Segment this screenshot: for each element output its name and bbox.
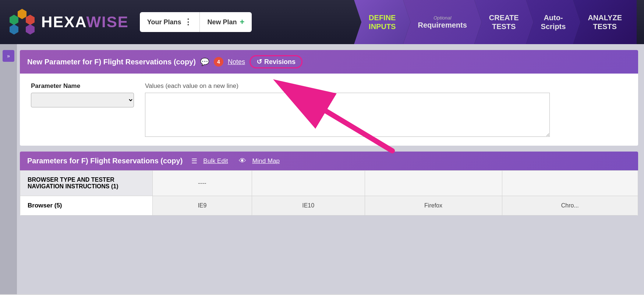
bulk-edit-icon: ☰	[191, 157, 197, 165]
logo-hexa: HEXA	[41, 13, 86, 31]
svg-marker-0	[18, 9, 26, 19]
table-row: Browser (5) IE9 IE10 Firefox Chro...	[20, 196, 638, 216]
nav-steps: DEFINEINPUTS Optional Requirements CREAT…	[354, 0, 637, 44]
browser-type-value-1: ----	[153, 171, 252, 196]
nav-step-create-tests[interactable]: CREATETESTS	[474, 0, 534, 44]
parameter-name-select[interactable]	[31, 93, 134, 107]
values-textarea[interactable]	[145, 93, 550, 137]
new-parameter-header: New Parameter for F) Flight Reservations…	[20, 50, 638, 74]
values-label: Values (each value on a new line)	[145, 82, 550, 90]
parameters-header: Parameters for F) Flight Reservations (c…	[20, 152, 638, 170]
parameters-panel: Parameters for F) Flight Reservations (c…	[20, 152, 638, 216]
header: HEXAWISE Your Plans ⋮ New Plan + DEFINEI…	[0, 0, 644, 44]
browser-type-value-4	[502, 171, 638, 196]
browser-header: Browser (5)	[20, 196, 153, 216]
logo-icon	[7, 7, 37, 37]
browser-type-value-3	[365, 171, 502, 196]
browser-value-chrome: Chro...	[502, 196, 638, 216]
requirements-sublabel: Optional	[418, 15, 467, 21]
new-parameter-body: Parameter Name Values (each value on a n…	[20, 74, 638, 146]
revisions-button[interactable]: ↺ Revisions	[250, 55, 302, 68]
browser-value-ie10: IE10	[252, 196, 365, 216]
revisions-label: Revisions	[264, 58, 296, 66]
auto-scripts-label: Auto-Scripts	[541, 14, 566, 31]
logo-text: HEXAWISE	[41, 13, 129, 31]
your-plans-label: Your Plans	[147, 18, 181, 26]
nav-step-requirements[interactable]: Optional Requirements	[403, 0, 481, 44]
nav-step-define-inputs[interactable]: DEFINEINPUTS	[354, 0, 410, 44]
bulk-edit-link[interactable]: Bulk Edit	[203, 157, 228, 165]
browser-type-value-2	[252, 171, 365, 196]
parameters-title: Parameters for F) Flight Reservations (c…	[27, 157, 183, 165]
svg-marker-2	[26, 15, 35, 25]
menu-dots-icon: ⋮	[184, 17, 192, 27]
plans-nav: Your Plans ⋮ New Plan +	[140, 12, 252, 32]
table-row: BROWSER TYPE AND TESTER NAVIGATION INSTR…	[20, 171, 638, 196]
mind-map-link[interactable]: Mind Map	[252, 157, 280, 165]
parameter-name-label: Parameter Name	[31, 82, 134, 90]
svg-marker-1	[10, 15, 18, 25]
comment-icon: 💬	[200, 57, 209, 66]
browser-value-ie9: IE9	[153, 196, 252, 216]
new-parameter-title: New Parameter for F) Flight Reservations…	[27, 58, 196, 66]
new-parameter-panel: New Parameter for F) Flight Reservations…	[20, 50, 638, 146]
svg-marker-3	[10, 24, 18, 35]
sidebar-toggle-button[interactable]: »	[3, 50, 14, 62]
values-sublabel: (each value on a new line)	[165, 82, 238, 89]
logo-wise: WISE	[86, 13, 128, 31]
analyze-tests-label: ANALYZETESTS	[588, 14, 622, 31]
revisions-icon: ↺	[256, 58, 262, 66]
parameters-table: BROWSER TYPE AND TESTER NAVIGATION INSTR…	[20, 170, 638, 216]
new-plan-label: New Plan	[207, 18, 237, 26]
browser-type-header: BROWSER TYPE AND TESTER NAVIGATION INSTR…	[20, 171, 153, 196]
logo-area: HEXAWISE	[7, 7, 129, 37]
requirements-label: Requirements	[418, 21, 467, 29]
parameter-name-group: Parameter Name	[31, 82, 134, 107]
define-inputs-label: DEFINEINPUTS	[369, 14, 396, 31]
new-plan-button[interactable]: New Plan +	[199, 12, 252, 32]
svg-marker-4	[26, 24, 35, 35]
notes-link[interactable]: Notes	[228, 58, 245, 66]
comment-badge: 4	[214, 57, 223, 67]
values-group: Values (each value on a new line)	[145, 82, 550, 137]
nav-step-auto-scripts[interactable]: Auto-Scripts	[526, 0, 581, 44]
mind-map-icon: 👁	[239, 157, 246, 165]
create-tests-label: CREATETESTS	[489, 14, 519, 31]
your-plans-button[interactable]: Your Plans ⋮	[140, 12, 200, 32]
nav-step-analyze-tests[interactable]: ANALYZETESTS	[573, 0, 637, 44]
browser-value-firefox: Firefox	[365, 196, 502, 216]
plus-icon: +	[240, 17, 244, 27]
